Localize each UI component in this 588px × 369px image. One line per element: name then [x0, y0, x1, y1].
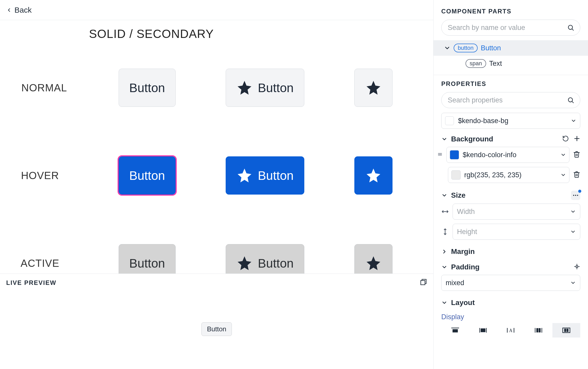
workspace: SOLID / SECONDARY NORMAL Button Button	[0, 20, 433, 369]
chevron-right-icon	[441, 248, 447, 255]
layout-heading: Layout	[451, 299, 475, 307]
display-option-inline-flex[interactable]	[552, 323, 580, 338]
chevron-left-icon	[6, 7, 12, 13]
live-preview-panel: LIVE PREVIEW Button	[0, 274, 433, 369]
undo-icon	[562, 135, 569, 142]
back-button[interactable]: Back	[6, 6, 32, 14]
button-label: Button	[258, 81, 294, 95]
size-more-button[interactable]	[571, 191, 580, 200]
display-option-inline-block[interactable]	[469, 323, 497, 338]
state-label-active: ACTIVE	[13, 258, 67, 269]
button-specimen-hover-icon-text[interactable]: Button	[226, 156, 304, 195]
parts-search-input[interactable]	[447, 23, 567, 32]
display-inline-block-icon	[479, 327, 487, 334]
arrows-horizontal-icon	[441, 208, 449, 215]
size-header[interactable]: Size	[434, 185, 588, 201]
padding-header[interactable]: Padding	[434, 257, 588, 272]
color-swatch	[445, 116, 454, 125]
tag-pill-span: span	[466, 59, 486, 68]
restore-window-button[interactable]	[420, 278, 427, 287]
arrows-vertical-icon	[441, 228, 449, 236]
padding-separate-button[interactable]	[574, 263, 580, 271]
background-header[interactable]: Background	[434, 129, 588, 144]
display-inline-icon: A	[506, 327, 515, 334]
state-label-normal: NORMAL	[13, 82, 67, 94]
tree-node-text[interactable]: span Text	[434, 56, 588, 71]
svg-point-12	[575, 195, 576, 196]
base-bg-token-field[interactable]: $kendo-base-bg	[441, 113, 580, 129]
layout-header[interactable]: Layout	[434, 292, 588, 308]
trash-icon	[573, 151, 580, 158]
search-icon	[567, 97, 574, 104]
padding-field[interactable]: mixed	[441, 275, 580, 291]
margin-heading: Margin	[451, 247, 475, 256]
properties-search-input[interactable]	[447, 96, 567, 105]
restore-window-icon	[420, 278, 427, 286]
background-value-0: $kendo-color-info	[463, 151, 517, 159]
display-option-block[interactable]	[441, 323, 469, 338]
svg-point-11	[573, 195, 574, 196]
button-specimen-hover-icon[interactable]	[354, 156, 393, 195]
separate-sides-icon	[574, 263, 580, 270]
star-icon	[236, 255, 253, 271]
button-specimen-active-icon[interactable]	[354, 244, 393, 274]
background-field-0[interactable]: $kendo-color-info	[446, 147, 569, 163]
display-option-flex[interactable]	[525, 323, 552, 338]
button-label: Button	[258, 256, 294, 270]
padding-heading: Padding	[451, 263, 479, 271]
chevron-down-icon	[570, 229, 576, 235]
state-row-active: ACTIVE Button Button	[13, 219, 433, 274]
svg-line-5	[572, 101, 573, 103]
height-placeholder: Height	[457, 228, 477, 236]
state-row-hover: HOVER Button Button	[13, 132, 433, 219]
background-reset-button[interactable]	[562, 135, 569, 143]
component-parts-title: COMPONENT PARTS	[434, 0, 588, 20]
trash-icon	[573, 171, 580, 178]
button-label: Button	[258, 169, 294, 183]
tree-node-button[interactable]: button Button	[434, 40, 588, 56]
button-label: Button	[129, 169, 165, 183]
background-item-0: $kendo-color-info	[434, 144, 588, 164]
live-preview-button[interactable]: Button	[201, 322, 232, 336]
tree-node-label: Text	[489, 60, 502, 68]
star-icon	[365, 79, 382, 96]
drag-handle[interactable]	[437, 151, 443, 158]
button-specimen-normal-icon-text[interactable]: Button	[226, 69, 304, 107]
display-option-inline[interactable]: A	[497, 323, 525, 338]
chevron-down-icon	[441, 300, 447, 306]
display-sublabel: Display	[441, 313, 580, 321]
sidebar: COMPONENT PARTS button Button span Text …	[433, 0, 588, 369]
size-heading: Size	[451, 191, 466, 199]
star-icon	[365, 255, 382, 271]
chevron-down-icon	[570, 209, 576, 214]
background-delete-0[interactable]	[573, 151, 580, 159]
search-icon	[567, 24, 574, 31]
height-field[interactable]: Height	[453, 224, 580, 240]
background-field-1[interactable]: rgb(235, 235, 235)	[448, 167, 569, 183]
background-heading: Background	[451, 135, 493, 143]
properties-search[interactable]	[441, 92, 580, 108]
margin-header[interactable]: Margin	[434, 241, 588, 257]
more-icon	[572, 192, 579, 199]
canvas[interactable]: SOLID / SECONDARY NORMAL Button Button	[0, 20, 433, 274]
chevron-down-icon	[571, 118, 576, 124]
tree-node-label: Button	[481, 44, 501, 52]
width-field[interactable]: Width	[453, 204, 580, 220]
svg-rect-31	[537, 328, 538, 332]
tag-pill-button: button	[454, 44, 478, 52]
height-row: Height	[434, 221, 588, 241]
parts-search[interactable]	[441, 20, 580, 36]
width-placeholder: Width	[457, 208, 475, 216]
background-add-button[interactable]	[574, 135, 580, 143]
button-specimen-normal-text[interactable]: Button	[119, 69, 176, 107]
background-delete-1[interactable]	[573, 171, 580, 179]
properties-title: PROPERTIES	[434, 75, 588, 92]
button-specimen-active-icon-text[interactable]: Button	[226, 244, 304, 274]
canvas-title: SOLID / SECONDARY	[13, 20, 433, 44]
button-specimen-normal-icon[interactable]	[354, 69, 393, 107]
live-preview-title: LIVE PREVIEW	[6, 279, 56, 286]
background-item-1: rgb(235, 235, 235)	[434, 164, 588, 185]
button-specimen-active-text[interactable]: Button	[119, 244, 176, 274]
base-bg-token-label: $kendo-base-bg	[458, 117, 508, 125]
button-specimen-hover-text[interactable]: Button	[119, 156, 176, 195]
